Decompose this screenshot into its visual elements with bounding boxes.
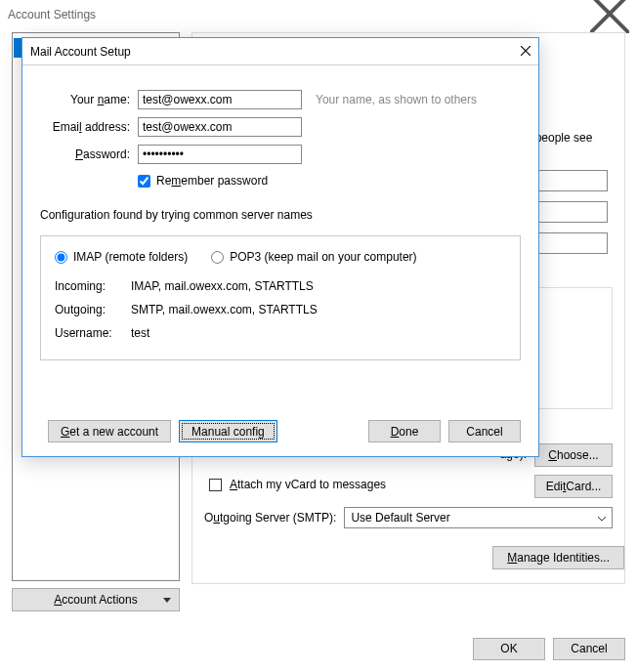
parent-title: Account Settings bbox=[8, 8, 590, 21]
get-new-account-button[interactable]: Get a new account bbox=[48, 420, 171, 442]
pop3-option[interactable]: POP3 (keep mail on your computer) bbox=[211, 250, 416, 264]
incoming-row: Incoming: IMAP, mail.owexx.com, STARTTLS bbox=[55, 279, 506, 293]
config-status-text: Configuration found by trying common ser… bbox=[40, 208, 521, 222]
remember-password-row: Remember password Remember password bbox=[138, 169, 521, 192]
cancel-button[interactable]: Cancel bbox=[553, 638, 625, 660]
imap-option[interactable]: IMAP (remote folders) bbox=[55, 250, 188, 264]
manual-config-label: Manual config bbox=[191, 425, 265, 439]
dropdown-icon bbox=[163, 593, 171, 607]
password-label: Password: bbox=[40, 147, 138, 161]
incoming-key: Incoming: bbox=[55, 279, 131, 293]
account-actions-button[interactable]: AAccount Actionsccount Actions bbox=[12, 588, 180, 611]
choose-button[interactable]: Choose... bbox=[534, 443, 613, 467]
pop3-label: POP3 (keep mail on your computer) bbox=[230, 250, 416, 264]
ok-button[interactable]: OK bbox=[473, 638, 545, 660]
protocol-row: IMAP (remote folders) POP3 (keep mail on… bbox=[55, 250, 506, 264]
username-key: Username: bbox=[55, 326, 131, 340]
your-name-hint: Your name, as shown to others bbox=[316, 93, 477, 106]
username-value: test bbox=[131, 326, 149, 340]
password-input[interactable] bbox=[138, 145, 302, 164]
password-row: Password: Password: bbox=[40, 142, 521, 167]
dialog-titlebar: Mail Account Setup bbox=[22, 38, 538, 65]
remember-password-checkbox[interactable] bbox=[138, 175, 150, 188]
parent-close-button[interactable] bbox=[590, 0, 629, 36]
done-button[interactable]: Done bbox=[368, 420, 441, 442]
dialog-cancel-button[interactable]: Cancel bbox=[448, 420, 521, 442]
imap-radio[interactable] bbox=[55, 251, 67, 264]
server-config-box: IMAP (remote folders) POP3 (keep mail on… bbox=[40, 235, 521, 360]
dialog-body: Your name: Your name: Your name, as show… bbox=[22, 65, 538, 456]
dropdown-icon bbox=[598, 511, 606, 525]
email-label: Email address: bbox=[40, 120, 138, 134]
close-icon bbox=[590, 0, 629, 33]
your-name-row: Your name: Your name: Your name, as show… bbox=[40, 87, 521, 112]
attach-vcard-checkbox[interactable] bbox=[209, 479, 222, 491]
outgoing-server-row: Outgoing Server (SMTP): Outgoing Server … bbox=[204, 507, 613, 528]
close-icon bbox=[521, 46, 531, 56]
your-name-input[interactable] bbox=[138, 90, 302, 109]
incoming-value: IMAP, mail.owexx.com, STARTTLS bbox=[131, 279, 314, 293]
edit-card-button[interactable]: Edit Card... bbox=[534, 475, 613, 498]
parent-titlebar: Account Settings bbox=[0, 0, 637, 29]
dialog-title: Mail Account Setup bbox=[30, 45, 521, 59]
imap-label: IMAP (remote folders) bbox=[73, 250, 188, 264]
parent-footer: OK Cancel bbox=[0, 625, 637, 672]
attach-vcard-row: Attach my vCard to messages Attach my vC… bbox=[209, 478, 386, 491]
your-name-label: Your name: bbox=[40, 93, 138, 106]
outgoing-server-value: Use Default Server bbox=[351, 511, 449, 525]
email-input[interactable] bbox=[138, 117, 302, 137]
remember-password-label: Remember password bbox=[156, 174, 268, 188]
attach-vcard-label: Attach my vCard to messages bbox=[230, 478, 386, 491]
dialog-close-button[interactable] bbox=[521, 45, 531, 59]
manage-identities-button[interactable]: Manage Identities... bbox=[492, 546, 624, 569]
username-row: Username: test bbox=[55, 326, 506, 340]
outgoing-value: SMTP, mail.owexx.com, STARTTLS bbox=[131, 303, 318, 316]
manual-config-button[interactable]: Manual config bbox=[179, 420, 277, 442]
outgoing-server-label: Outgoing Server (SMTP): bbox=[204, 511, 336, 525]
email-row: Email address: Email address: bbox=[40, 114, 521, 140]
mail-account-setup-dialog: Mail Account Setup Your name: Your name:… bbox=[21, 37, 539, 457]
outgoing-row: Outgoing: SMTP, mail.owexx.com, STARTTLS bbox=[55, 303, 506, 316]
pop3-radio[interactable] bbox=[211, 251, 224, 264]
svg-marker-2 bbox=[163, 598, 171, 603]
outgoing-key: Outgoing: bbox=[55, 303, 131, 316]
dialog-footer: Get a new account Get a new account Manu… bbox=[40, 420, 521, 442]
outgoing-server-select[interactable]: Use Default Server bbox=[344, 507, 613, 528]
